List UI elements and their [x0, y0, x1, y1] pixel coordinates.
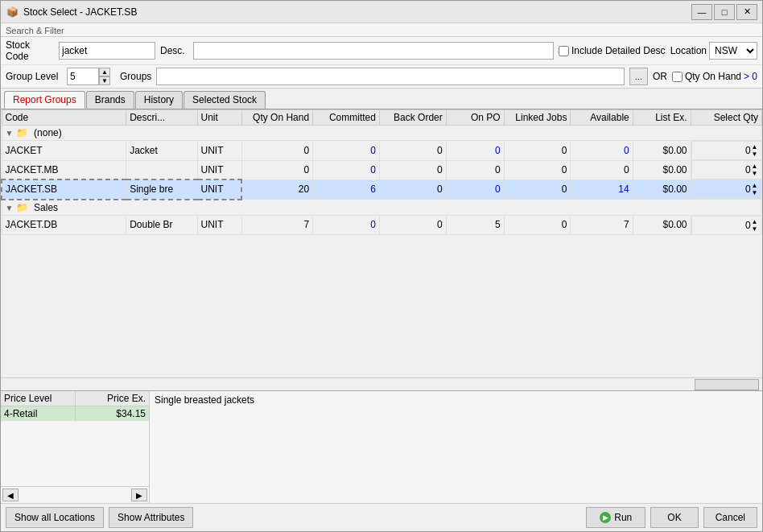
- selectqty-cell: 0 ▲▼: [691, 179, 762, 199]
- code-cell: JACKET: [2, 141, 126, 161]
- folder-icon: 📁: [16, 127, 28, 138]
- tab-history[interactable]: History: [135, 91, 183, 109]
- qty-cell: 7: [241, 215, 312, 235]
- group-level-up[interactable]: ▲: [99, 68, 110, 76]
- available-cell: 7: [571, 215, 633, 235]
- table-row[interactable]: JACKET Jacket UNIT 0 0 0 0 0 0 $0.00 0 ▲…: [2, 141, 762, 161]
- desc-cell: [126, 160, 197, 179]
- backorder-cell: 0: [379, 179, 446, 200]
- committed-cell: 0: [313, 160, 380, 179]
- group-level-input[interactable]: [67, 68, 99, 85]
- col-header-linkedjobs: Linked Jobs: [504, 110, 571, 126]
- or-label: OR: [653, 71, 667, 82]
- listex-cell: $0.00: [633, 141, 691, 161]
- table-scroll[interactable]: Code Descri... Unit Qty On Hand Committe…: [1, 109, 762, 377]
- onpo-cell: 0: [446, 160, 504, 179]
- table-row[interactable]: JACKET.MB UNIT 0 0 0 0 0 0 $0.00 0 ▲▼: [2, 160, 762, 179]
- filter-row-2: Group Level ▲ ▼ Groups ... OR Qty On Han…: [1, 65, 762, 89]
- expand-icon[interactable]: ▼: [6, 129, 14, 138]
- qty-on-hand-checkbox[interactable]: [672, 72, 683, 82]
- listex-cell: $0.00: [633, 179, 691, 200]
- unit-cell: UNIT: [197, 179, 241, 200]
- groups-ellipsis-button[interactable]: ...: [629, 68, 648, 85]
- code-cell: JACKET.SB: [2, 179, 126, 200]
- code-cell: JACKET.MB: [2, 160, 126, 179]
- onpo-cell: 0: [446, 179, 504, 200]
- table-row[interactable]: JACKET.DB Double Br UNIT 7 0 0 5 0 7 $0.…: [2, 215, 762, 235]
- linkedjobs-cell: 0: [504, 215, 571, 235]
- available-cell: 0: [571, 160, 633, 179]
- col-header-onpo: On PO: [446, 110, 504, 126]
- table-row[interactable]: JACKET.SB Single bre UNIT 20 6 0 0 0 14 …: [2, 179, 762, 200]
- stock-code-input[interactable]: [59, 42, 155, 60]
- group-level-label: Group Level: [6, 71, 62, 82]
- linkedjobs-cell: 0: [504, 141, 571, 161]
- col-header-available: Available: [571, 110, 633, 126]
- qty-on-hand-label: Qty On Hand: [685, 71, 741, 82]
- close-button[interactable]: ✕: [736, 4, 757, 20]
- tab-brands[interactable]: Brands: [86, 91, 134, 109]
- qty-cell: 0: [241, 160, 312, 179]
- ok-button[interactable]: OK: [650, 507, 698, 528]
- backorder-cell: 0: [379, 215, 446, 235]
- show-attributes-button[interactable]: Show Attributes: [109, 507, 193, 528]
- committed-cell: 0: [313, 141, 380, 161]
- footer-bar: Show all Locations Show Attributes ▶ Run…: [1, 503, 762, 531]
- qty-cell: 0: [241, 141, 312, 161]
- col-header-backorder: Back Order: [379, 110, 446, 126]
- bottom-section: Price Level Price Ex. 4-Retail $34.15 ◀ …: [1, 390, 762, 503]
- main-window: 📦 Stock Select - JACKET.SB — □ ✕ Search …: [0, 0, 763, 532]
- unit-cell: UNIT: [197, 215, 241, 235]
- window-icon: 📦: [6, 6, 19, 19]
- selectqty-cell: 0 ▲▼: [691, 216, 762, 235]
- include-detailed-desc-checkbox[interactable]: [559, 46, 569, 56]
- table-area: Code Descri... Unit Qty On Hand Committe…: [1, 109, 762, 390]
- horizontal-scrollbar[interactable]: [695, 379, 759, 390]
- selectqty-cell: 0 ▲▼: [691, 141, 762, 160]
- price-empty: [1, 421, 149, 486]
- tab-selected-stock[interactable]: Selected Stock: [184, 91, 266, 109]
- run-button[interactable]: ▶ Run: [586, 507, 645, 528]
- group-cell: ▼ 📁 (none): [2, 126, 762, 141]
- title-bar: 📦 Stock Select - JACKET.SB — □ ✕: [1, 1, 762, 23]
- table-row[interactable]: ▼ 📁 (none): [2, 126, 762, 141]
- onpo-cell: 5: [446, 215, 504, 235]
- expand-icon[interactable]: ▼: [6, 204, 14, 212]
- desc-input[interactable]: [193, 42, 554, 60]
- onpo-cell: 0: [446, 141, 504, 161]
- table-row[interactable]: ▼ 📁 Sales: [2, 200, 762, 216]
- tab-report-groups[interactable]: Report Groups: [4, 91, 85, 109]
- price-value-cell: $34.15: [76, 406, 150, 421]
- include-detailed-desc-label: Include Detailed Desc: [571, 45, 666, 56]
- run-icon: ▶: [600, 512, 611, 523]
- stock-description: Single breasted jackets: [155, 394, 254, 406]
- price-row[interactable]: 4-Retail $34.15: [1, 406, 149, 421]
- minimize-button[interactable]: —: [691, 4, 712, 20]
- price-ex-header: Price Ex.: [76, 391, 150, 406]
- groups-input[interactable]: [156, 68, 624, 85]
- group-name: (none): [34, 127, 62, 138]
- linkedjobs-cell: 0: [504, 179, 571, 200]
- search-filter-label: Search & Filter: [1, 23, 762, 37]
- horizontal-scrollbar-area: [1, 377, 762, 390]
- qty-cell: 20: [241, 179, 312, 200]
- location-select[interactable]: NSW VIC QLD WA: [709, 42, 757, 60]
- col-header-code: Code: [2, 110, 126, 126]
- price-panel-header: Price Level Price Ex.: [1, 391, 149, 406]
- maximize-button[interactable]: □: [714, 4, 735, 20]
- group-level-down[interactable]: ▼: [99, 76, 110, 85]
- tabs-bar: Report Groups Brands History Selected St…: [1, 89, 762, 109]
- run-label: Run: [614, 512, 632, 523]
- selectqty-cell: 0 ▲▼: [691, 160, 762, 179]
- show-all-locations-button[interactable]: Show all Locations: [6, 507, 104, 528]
- price-scroll-right[interactable]: ▶: [131, 489, 147, 501]
- backorder-cell: 0: [379, 160, 446, 179]
- price-scroll-left[interactable]: ◀: [2, 489, 19, 501]
- cancel-button[interactable]: Cancel: [703, 507, 757, 528]
- col-header-listex: List Ex.: [633, 110, 691, 126]
- group-name: Sales: [34, 202, 58, 213]
- folder-icon: 📁: [16, 202, 28, 213]
- col-header-qty: Qty On Hand: [241, 110, 312, 126]
- description-panel: Single breasted jackets: [150, 391, 762, 503]
- desc-cell: Jacket: [126, 141, 197, 161]
